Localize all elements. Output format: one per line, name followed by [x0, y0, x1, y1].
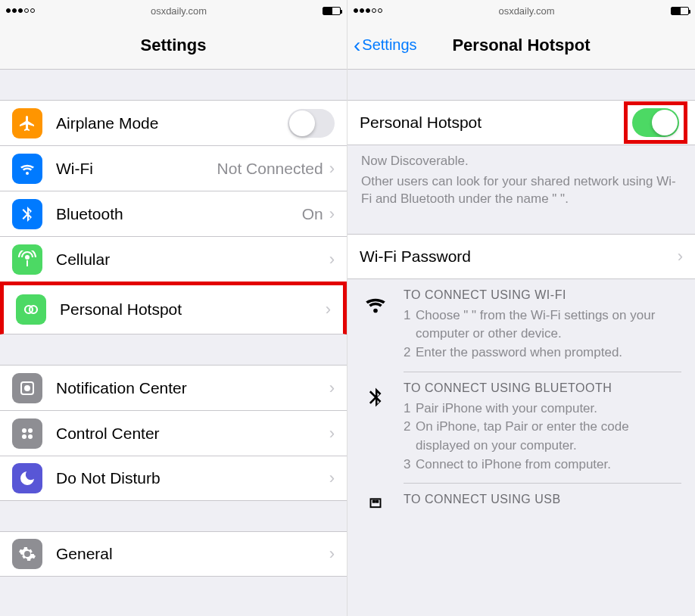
row-label: Wi-Fi — [56, 160, 217, 178]
signal-indicator — [6, 8, 35, 13]
svg-rect-9 — [373, 501, 375, 502]
hotspot-content[interactable]: Personal Hotspot Now Discoverable. Other… — [348, 70, 695, 616]
row-label: Wi-Fi Password — [360, 247, 678, 266]
chevron-right-icon: › — [329, 204, 335, 224]
hotspot-icon — [16, 294, 46, 325]
status-url: osxdaily.com — [151, 5, 207, 17]
row-label: Cellular — [56, 250, 329, 269]
row-label: Personal Hotspot — [360, 114, 624, 132]
chevron-right-icon: › — [329, 159, 335, 179]
chevron-right-icon: › — [326, 300, 331, 319]
settings-list[interactable]: Airplane Mode Wi-Fi Not Connected › Blue… — [0, 70, 347, 616]
svg-point-6 — [22, 434, 26, 439]
instr-title: TO CONNECT USING WI-FI — [404, 288, 681, 302]
row-airplane-mode[interactable]: Airplane Mode — [0, 100, 347, 145]
chevron-right-icon: › — [329, 468, 335, 488]
row-label: Airplane Mode — [56, 114, 288, 132]
row-general[interactable]: General › — [0, 531, 347, 577]
svg-rect-8 — [371, 499, 381, 508]
row-control-center[interactable]: Control Center › — [0, 410, 347, 456]
bluetooth-icon — [361, 381, 390, 474]
chevron-right-icon: › — [329, 424, 335, 443]
nav-bar: Settings — [0, 21, 347, 70]
back-button[interactable]: ‹ Settings — [354, 35, 417, 56]
row-label: Notification Center — [56, 379, 329, 397]
control-center-icon — [12, 418, 42, 449]
row-label: Bluetooth — [56, 205, 302, 223]
discoverable-text: Now Discoverable. Other users can look f… — [348, 145, 695, 211]
row-label: Personal Hotspot — [60, 300, 326, 319]
instr-title: TO CONNECT USING BLUETOOTH — [404, 381, 681, 395]
status-bar: osxdaily.com — [0, 0, 347, 21]
gear-icon — [12, 539, 42, 569]
battery-icon — [671, 7, 689, 15]
instructions-usb: TO CONNECT USING USB — [348, 484, 695, 515]
instructions-wifi: TO CONNECT USING WI-FI 1Choose " " from … — [348, 279, 695, 372]
row-label: Control Center — [56, 425, 329, 443]
wifi-icon — [12, 154, 42, 184]
battery-icon — [323, 7, 341, 15]
page-title: Settings — [141, 36, 207, 55]
airplane-icon — [12, 108, 42, 138]
row-detail: On — [302, 205, 323, 223]
page-title: Personal Hotspot — [452, 36, 590, 55]
cellular-icon — [12, 244, 42, 275]
svg-point-3 — [25, 386, 30, 390]
row-hotspot-toggle[interactable]: Personal Hotspot — [348, 100, 695, 145]
status-url: osxdaily.com — [498, 5, 554, 17]
svg-point-4 — [22, 428, 26, 433]
chevron-right-icon: › — [329, 378, 335, 398]
phone-left-settings: osxdaily.com Settings Airplane Mode Wi-F… — [0, 0, 348, 616]
row-detail: Not Connected — [217, 160, 323, 178]
chevron-right-icon: › — [329, 250, 335, 269]
dnd-icon — [12, 463, 42, 493]
chevron-left-icon: ‹ — [354, 35, 360, 56]
instr-title: TO CONNECT USING USB — [404, 493, 681, 506]
hotspot-toggle[interactable] — [632, 108, 679, 137]
row-label: Do Not Disturb — [56, 469, 329, 487]
phone-right-hotspot: osxdaily.com ‹ Settings Personal Hotspot… — [348, 0, 695, 616]
row-wifi[interactable]: Wi-Fi Not Connected › — [0, 145, 347, 191]
signal-indicator — [354, 8, 382, 13]
row-cellular[interactable]: Cellular › — [0, 236, 347, 282]
chevron-right-icon: › — [329, 544, 335, 564]
nav-bar: ‹ Settings Personal Hotspot — [348, 21, 695, 70]
svg-point-7 — [28, 434, 33, 439]
row-personal-hotspot[interactable]: Personal Hotspot › — [0, 282, 347, 334]
row-bluetooth[interactable]: Bluetooth On › — [0, 191, 347, 236]
row-do-not-disturb[interactable]: Do Not Disturb › — [0, 456, 347, 501]
chevron-right-icon: › — [678, 247, 683, 266]
back-label: Settings — [362, 36, 416, 54]
usb-icon — [361, 493, 390, 515]
svg-point-5 — [28, 428, 33, 433]
row-notification-center[interactable]: Notification Center › — [0, 365, 347, 410]
svg-rect-10 — [376, 501, 378, 502]
row-label: General — [56, 545, 329, 563]
status-bar: osxdaily.com — [348, 0, 695, 21]
notification-icon — [12, 373, 42, 403]
bluetooth-icon — [12, 199, 42, 229]
wifi-icon — [361, 288, 390, 362]
instructions-bluetooth: TO CONNECT USING BLUETOOTH 1Pair iPhone … — [348, 372, 695, 484]
airplane-toggle[interactable] — [288, 109, 335, 138]
row-wifi-password[interactable]: Wi-Fi Password › — [348, 234, 695, 279]
